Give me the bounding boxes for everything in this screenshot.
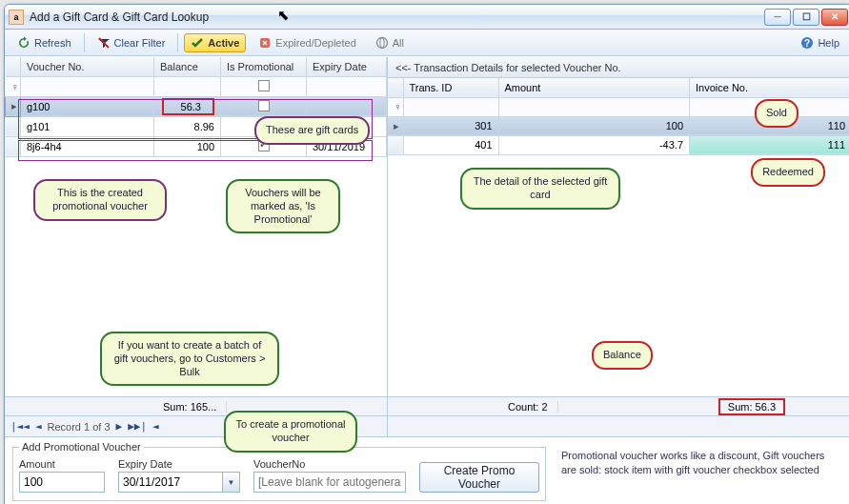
app-icon: a [9, 10, 24, 25]
filter-expired-label: Expired/Depleted [275, 37, 355, 49]
transaction-pane: <<- Transaction Details for selected Vou… [388, 57, 849, 436]
cell-balance: 56.3 [162, 98, 214, 115]
add-promo-legend: Add Promotional Voucher [19, 441, 144, 453]
cell-amount: 100 [498, 116, 690, 135]
expiry-label: Expiry Date [118, 458, 240, 470]
cell-promo [221, 96, 307, 116]
expiry-input[interactable] [118, 472, 223, 493]
cell-voucher: g101 [21, 116, 154, 136]
col-voucher[interactable]: Voucher No. [21, 57, 154, 76]
help-icon: ? [800, 36, 814, 50]
callout-batch: If you want to create a batch of gift vo… [100, 332, 279, 386]
callout-created-promo: This is the created promotional voucher [33, 179, 167, 221]
globe-icon [375, 36, 389, 50]
col-expiry[interactable]: Expiry Date [307, 57, 387, 76]
clear-filter-label: Clear Filter [114, 37, 166, 49]
cell-voucher: 8j6-4h4 [21, 136, 154, 156]
window-title: Add a Gift Card & Gift Card Lookup [30, 10, 764, 24]
filter-expired-button[interactable]: Expired/Depleted [252, 33, 362, 52]
clear-filter-button[interactable]: Clear Filter [91, 33, 172, 52]
expired-icon [258, 36, 272, 50]
nav-last[interactable]: ▶▶| [128, 420, 147, 433]
help-button[interactable]: ? Help [794, 33, 846, 52]
maximize-button[interactable]: ☐ [793, 9, 819, 26]
callout-balance: Balance [592, 341, 653, 370]
filter-active-label: Active [208, 37, 239, 49]
window: ⬉ a Add a Gift Card & Gift Card Lookup ─… [4, 4, 849, 504]
minimize-button[interactable]: ─ [764, 9, 791, 26]
cell-balance: 8.96 [154, 116, 221, 136]
amount-input[interactable] [19, 472, 105, 493]
table-row[interactable]: 401 -43.7 111 [388, 135, 849, 154]
close-button[interactable]: ✕ [821, 9, 848, 26]
expiry-dropdown-button[interactable]: ▼ [223, 472, 240, 493]
nav-text: Record 1 of 3 [48, 421, 111, 433]
filter-promo[interactable] [221, 76, 307, 96]
filter-all-button[interactable]: All [369, 33, 411, 52]
col-balance[interactable]: Balance [154, 57, 221, 76]
callout-selected-detail: The detail of the selected gift card [460, 168, 620, 210]
filter-expiry[interactable] [307, 76, 387, 96]
callout-create-promo: To create a promotional voucher [224, 411, 357, 453]
transaction-header: <<- Transaction Details for selected Vou… [388, 57, 849, 78]
callout-giftcards: These are gift cards [254, 116, 370, 145]
nav-prev[interactable]: ◄ [35, 420, 42, 433]
cell-balance: 100 [154, 136, 221, 156]
titlebar: a Add a Gift Card & Gift Card Lookup ─ ☐… [5, 5, 849, 30]
nav-reset[interactable]: ◄ [152, 420, 159, 433]
callout-redeemed: Redeemed [751, 158, 825, 187]
filter-active-button[interactable]: Active [184, 33, 246, 52]
toolbar: Refresh Clear Filter Active Expired/Depl… [5, 30, 849, 56]
filter-all-label: All [393, 37, 404, 49]
voucher-sum: Sum: 165... [153, 401, 227, 413]
table-row[interactable]: ▸ g100 56.3 [6, 96, 387, 116]
clear-filter-icon [97, 36, 111, 50]
voucherno-label: VoucherNo [253, 458, 406, 470]
cell-expiry [307, 96, 387, 116]
transaction-count: Count: 2 [498, 401, 558, 413]
cell-tid: 301 [403, 116, 498, 135]
svg-point-2 [376, 37, 387, 48]
check-icon [191, 36, 204, 50]
refresh-icon [17, 36, 30, 50]
help-label: Help [818, 37, 839, 49]
amount-label: Amount [19, 458, 105, 470]
transaction-summary: Count: 2 Sum: 56.3 [388, 396, 849, 415]
callout-sold: Sold [755, 99, 798, 128]
promo-help-text: Promotional voucher works like a discoun… [557, 441, 846, 477]
callout-marked-promo: Vouchers will be marked as, 'Is Promotio… [226, 179, 340, 233]
row-marker: ▸ [6, 96, 21, 116]
nav-first[interactable]: |◄◄ [10, 420, 30, 433]
filter-marker: ♀ [6, 76, 21, 96]
svg-point-3 [380, 37, 384, 48]
col-tid[interactable]: Trans. ID [403, 78, 498, 97]
refresh-button[interactable]: Refresh [10, 33, 78, 52]
refresh-label: Refresh [34, 37, 71, 49]
filter-voucher[interactable] [21, 76, 154, 96]
filter-balance[interactable] [154, 76, 221, 96]
add-promo-panel: To create a promotional voucher Add Prom… [5, 436, 849, 504]
cell-tid: 401 [403, 135, 498, 154]
voucher-grid-pane: Voucher No. Balance Is Promotional Expir… [5, 57, 388, 436]
col-invoice[interactable]: Invoice No. [690, 78, 850, 97]
col-amount[interactable]: Amount [498, 78, 690, 97]
cell-amount: -43.7 [498, 135, 690, 154]
voucherno-input[interactable] [253, 472, 406, 493]
svg-text:?: ? [804, 38, 810, 49]
nav-next[interactable]: ▶ [116, 420, 123, 433]
transaction-sum: Sum: 56.3 [718, 398, 785, 415]
cell-voucher: g100 [21, 96, 154, 116]
cell-invoice: 111 [690, 135, 850, 154]
create-promo-button[interactable]: Create Promo Voucher [419, 462, 539, 493]
col-promo[interactable]: Is Promotional [221, 57, 307, 76]
